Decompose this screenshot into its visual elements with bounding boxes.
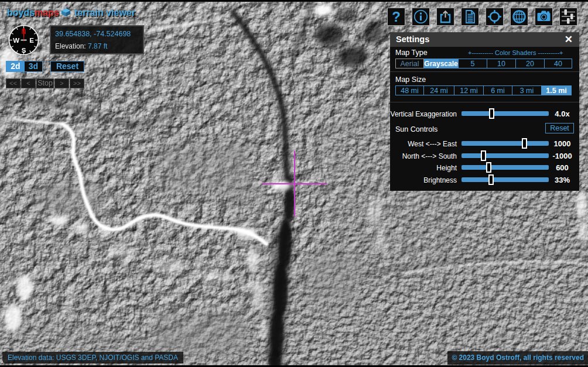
- svg-text:E: E: [29, 37, 34, 44]
- svg-text:W: W: [13, 37, 19, 44]
- svg-text:S: S: [22, 47, 26, 54]
